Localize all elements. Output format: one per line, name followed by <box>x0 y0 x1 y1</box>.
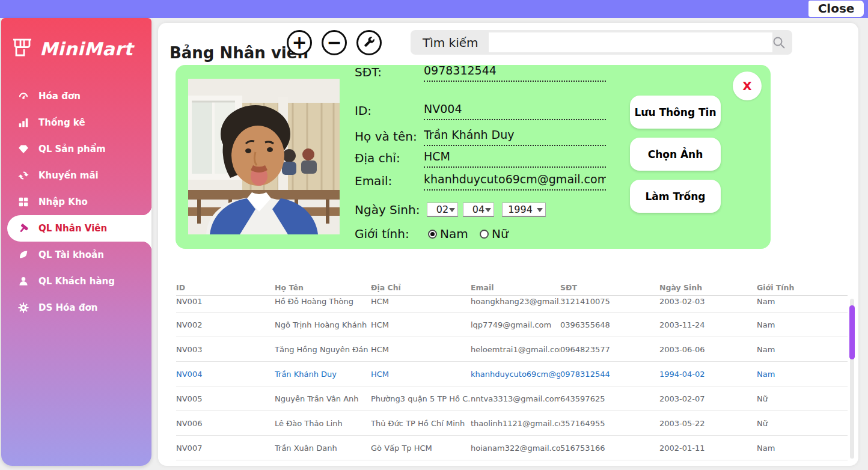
cell-id: NV007 <box>176 444 275 453</box>
email-field[interactable]: khanhduycuto69cm@gmail.com <box>424 172 606 191</box>
cell-phone: 0964823577 <box>560 345 659 354</box>
sidebar-item-label: Khuyến mãi <box>38 170 99 181</box>
form-row-birthdate: Ngày Sinh: 02 04 1994 <box>355 203 420 217</box>
gauge-icon <box>18 91 29 102</box>
search-input[interactable] <box>489 32 772 52</box>
table-row-NV007[interactable]: NV007Trần Xuân DanhGò Vấp Tp HCMhoianam3… <box>176 436 848 460</box>
cell-gender: Nam <box>757 370 848 379</box>
cell-name: Hồ Đỗ Hoàng Thòng <box>275 297 371 306</box>
grid-icon <box>18 197 29 207</box>
name-field[interactable]: Trần Khánh Duy <box>424 128 606 146</box>
cell-phone: 643597625 <box>560 394 659 403</box>
sidebar-item-label: DS Hóa đơn <box>38 302 97 313</box>
cell-id: NV003 <box>176 345 275 354</box>
table-header: IDHọ TênĐịa ChỉEmailSĐTNgày SinhGiới Tín… <box>176 280 848 296</box>
sidebar-item-7[interactable]: QL Tài khoản <box>1 242 151 268</box>
address-field[interactable]: HCM <box>424 150 606 168</box>
employee-table: IDHọ TênĐịa ChỉEmailSĐTNgày SinhGiới Tín… <box>176 280 848 460</box>
sidebar-item-9[interactable]: DS Hóa đơn <box>1 295 151 321</box>
cell-address: HCM <box>371 345 471 354</box>
refresh-icon <box>18 170 29 181</box>
cell-id: NV001 <box>176 297 275 306</box>
employee-detail-panel: ID: NV004 Họ và tên: Trần Khánh Duy Địa … <box>176 65 771 249</box>
cell-email: heloemtrai1@gmail.com <box>471 345 560 354</box>
cell-gender: Nam <box>757 320 848 329</box>
add-employee-button[interactable]: + <box>287 30 312 55</box>
cell-name: Trần Khánh Duy <box>275 370 371 379</box>
table-scrollbar[interactable] <box>850 299 854 459</box>
table-row-NV005[interactable]: NV005Nguyễn Trần Vân AnhPhường3 quận 5 T… <box>176 386 848 411</box>
remove-employee-button[interactable]: − <box>322 30 347 55</box>
sidebar-item-label: Thống kê <box>38 117 85 128</box>
sidebar-item-3[interactable]: QL Sản phẩm <box>1 136 151 162</box>
sidebar-item-label: QL Nhân Viên <box>38 223 107 234</box>
table-row-NV002[interactable]: NV002Ngô Trịnh Hoàng KhánhHCMlqp7749@gma… <box>176 313 848 337</box>
title-bar: Close <box>0 0 868 18</box>
sidebar-item-1[interactable]: Hóa đơn <box>1 83 151 109</box>
cell-phone: 357164955 <box>560 419 659 428</box>
table-row-NV004[interactable]: NV004Trần Khánh DuyHCMkhanhduycuto69cm@g… <box>176 362 848 386</box>
cell-gender: Nữ <box>757 419 848 428</box>
birth-year-select[interactable]: 1994 <box>502 203 546 217</box>
cell-id: NV006 <box>176 419 275 428</box>
gender-radio-female[interactable]: Nữ <box>480 227 509 241</box>
gender-radio-male[interactable]: Nam <box>428 227 468 241</box>
field-label: SĐT: <box>355 65 382 79</box>
column-header-gender: Giới Tính <box>757 283 848 292</box>
sidebar-item-label: QL Khách hàng <box>38 276 115 287</box>
cell-name: Tăng Hồng Nguyên Đán <box>275 345 371 354</box>
form-row-name: Họ và tên: Trần Khánh Duy <box>355 129 607 147</box>
cell-email: lqp7749@gmail.com <box>471 320 560 329</box>
cell-address: HCM <box>371 320 471 329</box>
search-box: Tìm kiếm <box>411 30 792 55</box>
table-row-NV006[interactable]: NV006Lê Đào Thảo LinhThủ Đức TP Hồ Chí M… <box>176 411 848 436</box>
save-info-button[interactable]: Lưu Thông Tin <box>630 96 721 129</box>
table-row-NV003[interactable]: NV003Tăng Hồng Nguyên ĐánHCMheloemtrai1@… <box>176 337 848 362</box>
field-label: Ngày Sinh: <box>355 203 420 217</box>
form-row-gender: Giới tính: Nam Nữ <box>355 227 409 241</box>
user-icon <box>18 276 29 287</box>
sidebar: MiniMart Hóa đơnThống kêQL Sản phẩmKhuyế… <box>1 18 151 466</box>
sidebar-item-5[interactable]: Nhập Kho <box>1 189 151 215</box>
cell-dob: 2003-11-24 <box>659 320 757 329</box>
sidebar-nav: Hóa đơnThống kêQL Sản phẩmKhuyến mãiNhập… <box>1 83 151 321</box>
field-label: Họ và tên: <box>355 129 417 144</box>
sidebar-item-2[interactable]: Thống kê <box>1 109 151 136</box>
sidebar-item-4[interactable]: Khuyến mãi <box>1 162 151 189</box>
cell-email: thaolinh1121@gmail.com <box>471 419 560 428</box>
edit-employee-button[interactable] <box>356 30 382 55</box>
birth-day-select[interactable]: 02 <box>427 203 458 217</box>
chevron-down-icon <box>485 208 491 212</box>
cell-address: Gò Vấp Tp HCM <box>371 444 471 453</box>
cell-address: HCM <box>371 370 471 379</box>
table-row-NV001[interactable]: NV001Hồ Đỗ Hoàng ThòngHCMhoangkhang23@gm… <box>176 296 848 313</box>
clear-form-button[interactable]: Làm Trống <box>630 180 721 213</box>
form-row-phone: SĐT: 0978312544 <box>355 65 607 83</box>
close-button[interactable]: Close <box>808 1 864 17</box>
form-row-address: Địa chỉ: HCM <box>355 151 607 169</box>
id-field[interactable]: NV004 <box>424 102 606 120</box>
scrollbar-thumb[interactable] <box>849 305 855 359</box>
sidebar-item-label: Nhập Kho <box>38 197 88 207</box>
sidebar-item-8[interactable]: QL Khách hàng <box>1 268 151 295</box>
search-icon[interactable] <box>772 35 786 50</box>
hammer-icon <box>18 223 29 234</box>
cell-email: hoianam322@gmail.com <box>471 444 560 453</box>
choose-photo-button[interactable]: Chọn Ảnh <box>630 138 721 171</box>
cell-dob: 1994-04-02 <box>659 370 757 379</box>
phone-field[interactable]: 0978312544 <box>424 64 606 82</box>
cell-name: Lê Đào Thảo Linh <box>275 419 371 428</box>
cell-phone: 0978312544 <box>560 370 659 379</box>
cell-id: NV002 <box>176 320 275 329</box>
cell-phone: 516753166 <box>560 444 659 453</box>
cell-email: khanhduycuto69cm@gmai... <box>471 370 560 379</box>
cell-dob: 2003-02-03 <box>659 297 757 306</box>
form-row-id: ID: NV004 <box>355 103 607 121</box>
panel-close-button[interactable]: X <box>733 72 762 100</box>
cell-dob: 2003-06-06 <box>659 345 757 354</box>
column-header-address: Địa Chỉ <box>371 283 471 292</box>
cell-gender: Nam <box>757 297 848 306</box>
birth-month-select[interactable]: 04 <box>463 203 494 217</box>
cell-dob: 2003-02-07 <box>659 394 757 403</box>
sidebar-item-6[interactable]: QL Nhân Viên <box>7 215 151 242</box>
